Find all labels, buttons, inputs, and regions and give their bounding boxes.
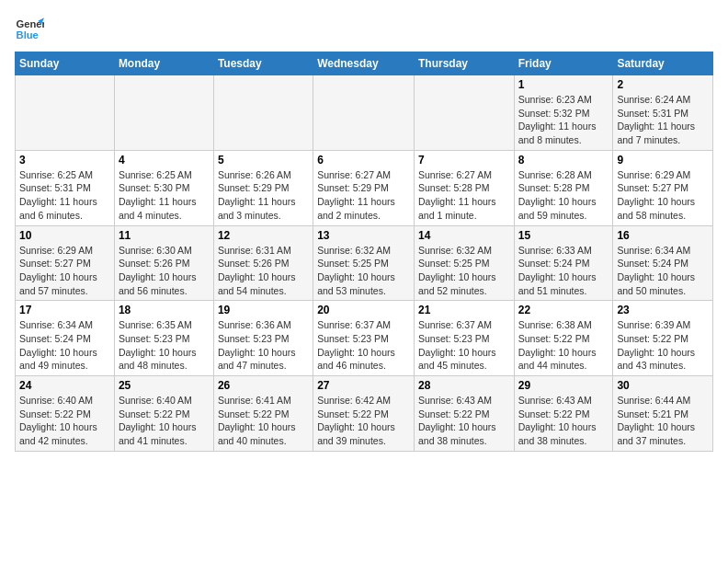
calendar-cell [313, 75, 415, 151]
svg-text:Blue: Blue [17, 29, 39, 40]
day-number: 12 [218, 229, 309, 242]
day-number: 21 [418, 304, 510, 316]
day-info: Daylight: 11 hours and 8 minutes. [518, 120, 609, 146]
day-info: Sunrise: 6:41 AM [218, 394, 309, 408]
calendar-cell: 21Sunrise: 6:37 AMSunset: 5:23 PMDayligh… [414, 301, 514, 376]
calendar-header: SundayMondayTuesdayWednesdayThursdayFrid… [16, 52, 713, 75]
day-number: 22 [518, 304, 609, 316]
day-number: 4 [119, 154, 210, 167]
calendar-cell: 12Sunrise: 6:31 AMSunset: 5:26 PMDayligh… [213, 225, 313, 301]
day-info: Sunrise: 6:38 AM [518, 318, 609, 332]
day-number: 11 [119, 229, 210, 242]
calendar-cell: 4Sunrise: 6:25 AMSunset: 5:30 PMDaylight… [114, 150, 213, 225]
day-number: 17 [19, 304, 110, 316]
day-info: Sunrise: 6:43 AM [518, 394, 609, 408]
weekday-header: Wednesday [313, 52, 415, 75]
calendar-cell: 9Sunrise: 6:29 AMSunset: 5:27 PMDaylight… [613, 150, 713, 225]
day-info: Sunrise: 6:23 AM [518, 93, 609, 107]
calendar-cell: 26Sunrise: 6:41 AMSunset: 5:22 PMDayligh… [213, 376, 313, 452]
day-info: Sunrise: 6:32 AM [317, 244, 410, 258]
calendar-week-row: 24Sunrise: 6:40 AMSunset: 5:22 PMDayligh… [16, 376, 713, 452]
day-info: Sunrise: 6:37 AM [418, 318, 510, 332]
calendar-cell: 24Sunrise: 6:40 AMSunset: 5:22 PMDayligh… [16, 376, 115, 452]
day-info: Sunset: 5:27 PM [19, 257, 110, 270]
day-info: Daylight: 10 hours and 57 minutes. [19, 270, 110, 297]
day-info: Daylight: 10 hours and 42 minutes. [19, 420, 110, 447]
day-info: Sunrise: 6:24 AM [617, 93, 709, 107]
day-info: Daylight: 10 hours and 52 minutes. [418, 270, 510, 297]
calendar-cell: 23Sunrise: 6:39 AMSunset: 5:22 PMDayligh… [613, 301, 713, 376]
calendar-cell: 14Sunrise: 6:32 AMSunset: 5:25 PMDayligh… [414, 225, 514, 301]
calendar-cell [16, 75, 115, 151]
day-info: Sunset: 5:28 PM [518, 181, 609, 195]
day-info: Sunrise: 6:27 AM [317, 168, 410, 182]
calendar-cell: 3Sunrise: 6:25 AMSunset: 5:31 PMDaylight… [16, 150, 115, 225]
day-number: 5 [218, 154, 309, 167]
calendar-cell: 19Sunrise: 6:36 AMSunset: 5:23 PMDayligh… [213, 301, 313, 376]
calendar-table: SundayMondayTuesdayWednesdayThursdayFrid… [15, 52, 713, 452]
day-info: Sunset: 5:22 PM [119, 408, 210, 421]
day-info: Daylight: 10 hours and 44 minutes. [518, 346, 609, 373]
calendar-cell: 25Sunrise: 6:40 AMSunset: 5:22 PMDayligh… [114, 376, 213, 452]
day-info: Daylight: 10 hours and 56 minutes. [119, 270, 210, 297]
calendar-cell: 13Sunrise: 6:32 AMSunset: 5:25 PMDayligh… [313, 225, 415, 301]
day-info: Daylight: 10 hours and 43 minutes. [617, 346, 709, 373]
day-info: Daylight: 11 hours and 1 minute. [418, 195, 510, 222]
day-info: Sunset: 5:23 PM [317, 332, 410, 346]
calendar-cell: 16Sunrise: 6:34 AMSunset: 5:24 PMDayligh… [613, 225, 713, 301]
day-info: Sunrise: 6:34 AM [19, 318, 110, 332]
day-info: Daylight: 10 hours and 41 minutes. [119, 420, 210, 447]
calendar-cell [213, 75, 313, 151]
day-info: Sunset: 5:22 PM [418, 408, 510, 421]
day-info: Sunrise: 6:31 AM [218, 244, 309, 258]
day-info: Daylight: 11 hours and 4 minutes. [119, 195, 210, 222]
day-info: Sunset: 5:25 PM [317, 257, 410, 270]
day-info: Sunset: 5:21 PM [617, 408, 709, 421]
calendar-cell: 8Sunrise: 6:28 AMSunset: 5:28 PMDaylight… [514, 150, 613, 225]
calendar-cell: 1Sunrise: 6:23 AMSunset: 5:32 PMDaylight… [514, 75, 613, 151]
day-info: Daylight: 10 hours and 38 minutes. [518, 420, 609, 447]
day-info: Daylight: 11 hours and 3 minutes. [218, 195, 309, 222]
day-info: Sunrise: 6:28 AM [518, 168, 609, 182]
calendar-week-row: 1Sunrise: 6:23 AMSunset: 5:32 PMDaylight… [16, 75, 713, 151]
day-info: Sunrise: 6:37 AM [317, 318, 410, 332]
day-info: Sunrise: 6:44 AM [617, 394, 709, 408]
day-info: Sunrise: 6:36 AM [218, 318, 309, 332]
day-info: Sunrise: 6:40 AM [19, 394, 110, 408]
calendar-cell: 30Sunrise: 6:44 AMSunset: 5:21 PMDayligh… [613, 376, 713, 452]
day-info: Daylight: 10 hours and 59 minutes. [518, 195, 609, 222]
day-info: Daylight: 10 hours and 40 minutes. [218, 420, 309, 447]
day-info: Sunrise: 6:26 AM [218, 168, 309, 182]
day-info: Sunset: 5:32 PM [518, 107, 609, 121]
day-number: 14 [418, 229, 510, 242]
day-info: Sunset: 5:22 PM [19, 408, 110, 421]
day-info: Sunset: 5:27 PM [617, 181, 709, 195]
day-info: Sunrise: 6:25 AM [19, 168, 110, 182]
day-info: Sunset: 5:26 PM [218, 257, 309, 270]
calendar-cell: 2Sunrise: 6:24 AMSunset: 5:31 PMDaylight… [613, 75, 713, 151]
day-number: 3 [19, 154, 110, 167]
day-info: Daylight: 11 hours and 7 minutes. [617, 120, 709, 146]
day-number: 15 [518, 229, 609, 242]
calendar-body: 1Sunrise: 6:23 AMSunset: 5:32 PMDaylight… [16, 75, 713, 452]
day-number: 13 [317, 229, 410, 242]
day-info: Sunrise: 6:27 AM [418, 168, 510, 182]
calendar-cell: 7Sunrise: 6:27 AMSunset: 5:28 PMDaylight… [414, 150, 514, 225]
day-info: Sunset: 5:22 PM [617, 332, 709, 346]
weekday-header: Thursday [414, 52, 514, 75]
day-info: Sunset: 5:25 PM [418, 257, 510, 270]
day-info: Sunrise: 6:43 AM [418, 394, 510, 408]
calendar-cell: 5Sunrise: 6:26 AMSunset: 5:29 PMDaylight… [213, 150, 313, 225]
day-info: Daylight: 10 hours and 39 minutes. [317, 420, 410, 447]
header: General Blue [15, 15, 713, 44]
day-info: Sunset: 5:24 PM [19, 332, 110, 346]
day-info: Sunset: 5:22 PM [317, 408, 410, 421]
day-info: Sunset: 5:30 PM [119, 181, 210, 195]
calendar-cell: 6Sunrise: 6:27 AMSunset: 5:29 PMDaylight… [313, 150, 415, 225]
day-info: Daylight: 10 hours and 53 minutes. [317, 270, 410, 297]
day-number: 18 [119, 304, 210, 316]
calendar-cell [114, 75, 213, 151]
day-info: Sunset: 5:23 PM [418, 332, 510, 346]
weekday-header: Monday [114, 52, 213, 75]
calendar-cell: 15Sunrise: 6:33 AMSunset: 5:24 PMDayligh… [514, 225, 613, 301]
